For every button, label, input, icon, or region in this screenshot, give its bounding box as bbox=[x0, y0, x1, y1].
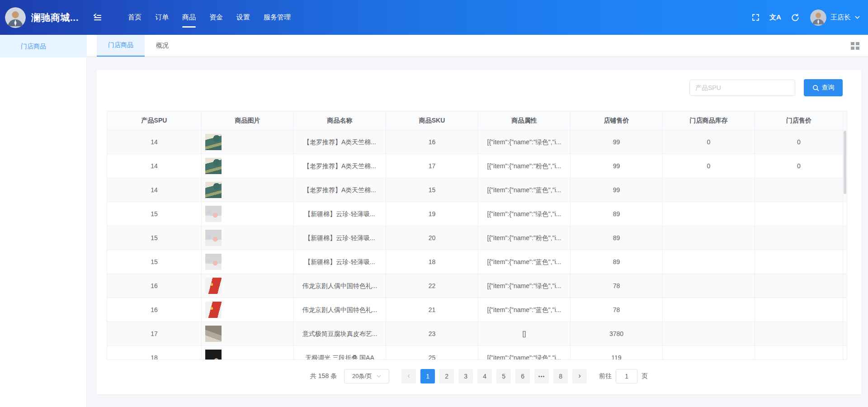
cell-store_price bbox=[755, 322, 843, 345]
goto-suffix: 页 bbox=[642, 372, 648, 380]
prev-page-button[interactable]: ‹ bbox=[401, 369, 416, 383]
page-button-4[interactable]: 4 bbox=[477, 369, 492, 383]
column-header-6: 门店商品库存 bbox=[663, 111, 755, 130]
search-icon bbox=[812, 85, 819, 91]
cell-store_stock bbox=[663, 250, 755, 274]
cell-shop_price: 99 bbox=[571, 178, 663, 202]
cell-spu: 17 bbox=[107, 322, 202, 345]
cell-attrs: [{"item":{"name":"绿色","i... bbox=[478, 346, 571, 360]
page-size-select[interactable]: 20条/页 bbox=[344, 369, 389, 383]
column-header-5: 店铺售价 bbox=[571, 111, 663, 130]
product-thumbnail[interactable] bbox=[205, 134, 222, 150]
goto-page-input[interactable] bbox=[616, 369, 637, 383]
cell-name: 【老罗推荐】A类天竺棉... bbox=[294, 178, 386, 202]
header-actions: 文A 王店长 bbox=[750, 9, 868, 26]
page-button-6[interactable]: 6 bbox=[515, 369, 530, 383]
product-thumbnail[interactable] bbox=[205, 230, 222, 246]
table-row: 16伟龙京剧人偶中国特色礼...22[{"item":{"name":"绿色",… bbox=[107, 274, 847, 298]
product-image-cell bbox=[202, 274, 294, 298]
tab-options-grid-icon[interactable] bbox=[851, 42, 859, 50]
next-page-button[interactable]: › bbox=[572, 369, 587, 383]
cell-attrs: [{"item":{"name":"绿色","i... bbox=[478, 202, 571, 226]
tab-0[interactable]: 门店商品 bbox=[97, 35, 145, 57]
nav-item-0[interactable]: 首页 bbox=[121, 0, 148, 35]
nav-item-3[interactable]: 资金 bbox=[203, 0, 230, 35]
chevron-down-icon bbox=[855, 16, 860, 19]
nav-item-5[interactable]: 服务管理 bbox=[257, 0, 297, 35]
cell-sku: 17 bbox=[386, 154, 478, 178]
search-button[interactable]: 查询 bbox=[804, 79, 843, 96]
product-thumbnail[interactable] bbox=[205, 302, 222, 318]
product-thumbnail[interactable] bbox=[205, 158, 222, 174]
user-menu[interactable]: 王店长 bbox=[810, 9, 860, 26]
product-thumbnail[interactable] bbox=[205, 326, 222, 342]
menu-fold-icon[interactable] bbox=[92, 12, 103, 23]
cell-sku: 16 bbox=[386, 130, 478, 154]
cell-sku: 20 bbox=[386, 226, 478, 250]
cell-spu: 15 bbox=[107, 226, 202, 250]
tab-1[interactable]: 概况 bbox=[145, 35, 180, 57]
cell-shop_price: 99 bbox=[571, 154, 663, 178]
product-thumbnail[interactable] bbox=[205, 350, 222, 360]
page-button-8[interactable]: 8 bbox=[553, 369, 568, 383]
column-header-1: 商品图片 bbox=[202, 111, 294, 130]
cell-store_price: 0 bbox=[755, 154, 843, 178]
cell-spu: 15 bbox=[107, 250, 202, 274]
cell-store_stock bbox=[663, 178, 755, 202]
cell-attrs: [{"item":{"name":"绿色","i... bbox=[478, 130, 571, 154]
cell-name: 伟龙京剧人偶中国特色礼... bbox=[294, 274, 386, 298]
cell-shop_price: 89 bbox=[571, 202, 663, 226]
cell-attrs: [] bbox=[478, 322, 571, 345]
cell-attrs: [{"item":{"name":"蓝色","i... bbox=[478, 250, 571, 274]
page-button-1[interactable]: 1 bbox=[420, 369, 435, 383]
pagination-total: 共 158 条 bbox=[310, 372, 337, 380]
cell-name: 【老罗推荐】A类天竺棉... bbox=[294, 130, 386, 154]
cell-attrs: [{"item":{"name":"粉色","i... bbox=[478, 226, 571, 250]
cell-store_stock bbox=[663, 298, 755, 322]
page-button-2[interactable]: 2 bbox=[439, 369, 454, 383]
cell-store_price: 0 bbox=[755, 130, 843, 154]
column-header-4: 商品属性 bbox=[478, 111, 571, 130]
cell-shop_price: 99 bbox=[571, 130, 663, 154]
product-image-cell bbox=[202, 226, 294, 250]
cell-spu: 14 bbox=[107, 154, 202, 178]
cell-shop_price: 89 bbox=[571, 226, 663, 250]
product-image-cell bbox=[202, 154, 294, 178]
table-row: 15【新疆棉】云珍·轻薄吸...18[{"item":{"name":"蓝色",… bbox=[107, 250, 847, 274]
fullscreen-icon[interactable] bbox=[750, 13, 760, 23]
cell-name: 意式极简豆腐块真皮布艺... bbox=[294, 322, 386, 345]
cell-sku: 22 bbox=[386, 274, 478, 298]
table-scrollbar-thumb[interactable] bbox=[844, 131, 846, 194]
cell-name: 【新疆棉】云珍·轻薄吸... bbox=[294, 250, 386, 274]
nav-item-4[interactable]: 设置 bbox=[230, 0, 257, 35]
column-header-0: 产品SPU bbox=[107, 111, 202, 130]
page-button-5[interactable]: 5 bbox=[496, 369, 511, 383]
column-header-7: 门店售价 bbox=[755, 111, 843, 130]
cell-name: 无极调光 三段折叠 国AA bbox=[294, 346, 386, 360]
translate-icon[interactable]: 文A bbox=[770, 13, 780, 23]
product-thumbnail[interactable] bbox=[205, 278, 222, 294]
search-button-label: 查询 bbox=[822, 84, 835, 92]
search-input[interactable] bbox=[689, 80, 795, 96]
cell-shop_price: 78 bbox=[571, 274, 663, 298]
refresh-icon[interactable] bbox=[790, 13, 800, 23]
product-thumbnail[interactable] bbox=[205, 254, 222, 270]
table-row: 17意式极简豆腐块真皮布艺...23[]3780 bbox=[107, 322, 847, 346]
app-title: 澜驰商城... bbox=[31, 11, 79, 24]
cell-store_price bbox=[755, 178, 843, 202]
more-pages-button[interactable]: ••• bbox=[534, 369, 549, 383]
cell-shop_price: 89 bbox=[571, 250, 663, 274]
cell-store_price bbox=[755, 202, 843, 226]
cell-store_stock: 0 bbox=[663, 154, 755, 178]
nav-item-1[interactable]: 订单 bbox=[148, 0, 175, 35]
product-thumbnail[interactable] bbox=[205, 182, 222, 198]
nav-item-2[interactable]: 商品 bbox=[175, 0, 203, 35]
cell-store_stock bbox=[663, 274, 755, 298]
cell-store_price bbox=[755, 274, 843, 298]
sidebar-item-0[interactable]: 门店商品 bbox=[0, 35, 86, 57]
page-button-3[interactable]: 3 bbox=[458, 369, 473, 383]
product-thumbnail[interactable] bbox=[205, 206, 222, 222]
table-row: 15【新疆棉】云珍·轻薄吸...20[{"item":{"name":"粉色",… bbox=[107, 226, 847, 250]
cell-store_stock bbox=[663, 346, 755, 360]
cell-store_price bbox=[755, 250, 843, 274]
